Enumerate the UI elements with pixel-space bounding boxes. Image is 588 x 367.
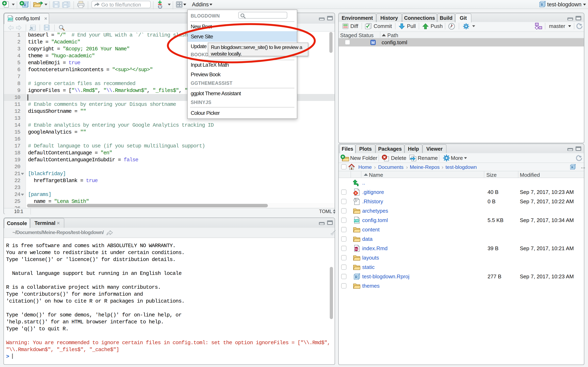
- svg-text:R: R: [571, 165, 574, 169]
- svg-text:Rmd: Rmd: [354, 248, 359, 250]
- svg-text:TOML: TOML: [8, 18, 13, 20]
- svg-text:R: R: [540, 2, 543, 7]
- svg-text:TOML: TOML: [354, 220, 360, 222]
- svg-text:R: R: [355, 275, 358, 279]
